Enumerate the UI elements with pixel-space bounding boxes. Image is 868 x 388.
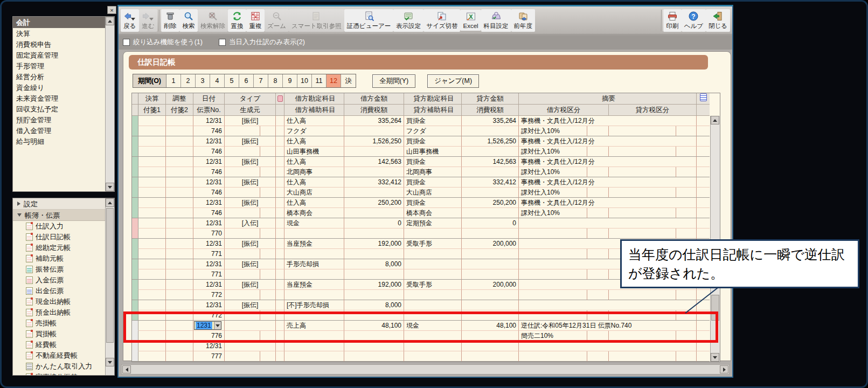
cell-debit-tax-amount[interactable] xyxy=(344,167,404,177)
cell-note[interactable] xyxy=(697,136,710,147)
cell-fusen-flag[interactable] xyxy=(276,259,284,269)
cell-generator-sub[interactable] xyxy=(260,290,276,300)
cell-fusen-flag[interactable] xyxy=(276,280,284,290)
cell-debit-account[interactable]: 現金 xyxy=(284,218,344,228)
cell-fusen2[interactable] xyxy=(166,351,193,362)
cell-credit-account[interactable]: 買掛金 xyxy=(404,136,462,147)
cell-debit-sub-account[interactable] xyxy=(284,249,344,259)
cell-fusen1[interactable] xyxy=(138,167,166,177)
cell-debit-tax-class[interactable]: 課対仕入10% xyxy=(519,167,587,177)
cell-credit-tax-extra[interactable] xyxy=(676,188,697,198)
sidebar-item[interactable]: 回収支払予定 xyxy=(13,104,105,115)
sidebar-item-journal[interactable]: 仕訳日記帳 xyxy=(13,232,105,242)
cell-fusen1[interactable] xyxy=(138,208,166,218)
period-month-2[interactable]: 2 xyxy=(181,74,196,87)
cell-generator-sub[interactable] xyxy=(260,167,276,177)
cell-debit-tax-class[interactable]: 課対仕入10% xyxy=(519,147,587,157)
journal-row-line2[interactable]: 770 xyxy=(132,228,720,239)
sidebar-item-book[interactable]: 経費帳 xyxy=(13,340,105,350)
journal-row-line1[interactable]: 12/31[振伝]仕入高335,264買掛金335,264事務機・文具仕入/12… xyxy=(132,116,720,126)
cell-note[interactable] xyxy=(697,147,710,157)
cell-fusen1[interactable] xyxy=(138,290,166,300)
cell-credit-account[interactable]: 受取手形 xyxy=(404,239,462,249)
cell-fusen-flag[interactable] xyxy=(276,198,284,208)
cell-type[interactable]: [振伝] xyxy=(225,300,276,310)
cell-credit-amount[interactable] xyxy=(462,259,519,269)
sidebar-item-book[interactable]: かんたん取引入力 xyxy=(13,361,105,372)
cell-fusen1[interactable] xyxy=(138,269,166,280)
cell-fusen-flag[interactable] xyxy=(276,157,284,167)
cell-debit-tax-extra[interactable] xyxy=(587,167,609,177)
cell-credit-amount[interactable]: 0 xyxy=(462,218,519,228)
toolbar-button-voucher-viewer[interactable]: 証憑ビューアー xyxy=(344,9,393,32)
cell-credit-amount[interactable]: 335,264 xyxy=(462,116,519,126)
journal-row-line2[interactable]: 777 xyxy=(132,351,720,362)
cell-fusen-flag[interactable] xyxy=(276,249,284,259)
cell-fusen2[interactable] xyxy=(166,290,193,300)
cell-chousei-fusen2[interactable] xyxy=(166,157,193,167)
cell-date[interactable]: 12/31 xyxy=(193,157,225,167)
cell-chousei-fusen2[interactable] xyxy=(166,116,193,126)
cell-type[interactable]: [振伝] xyxy=(225,280,276,290)
tree-group-settings[interactable]: 設定 xyxy=(13,198,105,210)
cell-chousei-fusen2[interactable] xyxy=(166,300,193,310)
cell-debit-tax-class[interactable]: 課対仕入10% xyxy=(519,188,587,198)
all-period-button[interactable]: 全期間(Y) xyxy=(372,74,415,88)
toolbar-button-size-switch[interactable]: サイズ切替 xyxy=(423,9,460,32)
sidebar-item-book[interactable]: 仕訳入力 xyxy=(13,221,105,232)
sidebar-item[interactable]: 経営分析 xyxy=(13,72,105,82)
cell-debit-tax-class[interactable]: 課対仕入10% xyxy=(519,208,587,218)
cell-credit-account[interactable]: 買掛金 xyxy=(404,157,462,167)
cell-debit-tax-extra[interactable] xyxy=(587,290,609,300)
sidebar-item[interactable]: 固定資産管理 xyxy=(13,50,105,61)
cell-fusen1[interactable] xyxy=(138,188,166,198)
cell-note[interactable] xyxy=(697,188,710,198)
cell-kessan-fusen1[interactable] xyxy=(138,116,166,126)
toolbar-button-replace[interactable]: 置換 xyxy=(228,9,246,32)
cell-date[interactable]: 12/31 xyxy=(193,259,225,269)
journal-row-line1[interactable]: 12/31[振伝]仕入高142,563買掛金142,563事務機・文具仕入/12… xyxy=(132,157,720,167)
period-label-button[interactable]: 期間(O) xyxy=(133,74,166,87)
cell-generator-sub[interactable] xyxy=(260,147,276,157)
cell-credit-account[interactable]: 買掛金 xyxy=(404,198,462,208)
cell-fusen-flag[interactable] xyxy=(276,290,284,300)
cell-memo[interactable]: 事務機・文具仕入/12月分 xyxy=(519,136,697,147)
cell-slip-number[interactable]: 772 xyxy=(193,290,225,300)
cell-debit-sub-account[interactable] xyxy=(284,269,344,280)
journal-row-line2[interactable]: 746大山商店大山商店課対仕入10% xyxy=(132,188,720,198)
cell-debit-account[interactable]: 仕入高 xyxy=(284,177,344,188)
cell-debit-account[interactable]: 仕入高 xyxy=(284,157,344,167)
toolbar-button-forward[interactable]: 進む xyxy=(139,9,157,32)
cell-debit-tax-extra[interactable] xyxy=(587,188,609,198)
cell-fusen-flag[interactable] xyxy=(276,188,284,198)
cell-fusen-flag[interactable] xyxy=(276,126,284,136)
cell-memo[interactable] xyxy=(519,218,697,228)
sidebar-item-book[interactable]: 売掛帳 xyxy=(13,318,105,329)
cell-type[interactable]: [振伝] xyxy=(225,116,276,126)
scroll-up-icon[interactable] xyxy=(106,17,114,25)
cell-fusen-flag[interactable] xyxy=(276,228,284,239)
cell-generator[interactable] xyxy=(225,269,260,280)
cell-kessan-fusen1[interactable] xyxy=(138,239,166,249)
cell-debit-tax-amount[interactable] xyxy=(344,147,404,157)
cell-kessan-fusen1[interactable] xyxy=(138,177,166,188)
cell-credit-amount[interactable]: 1,526,250 xyxy=(462,136,519,147)
sidebar-item-book[interactable]: 出金伝票 xyxy=(13,286,105,296)
sidebar-item-book[interactable]: 現金出納帳 xyxy=(13,296,105,307)
cell-debit-tax-amount[interactable] xyxy=(344,126,404,136)
cell-credit-sub-account[interactable] xyxy=(404,290,462,300)
scroll-down-icon[interactable] xyxy=(711,353,719,362)
cell-type[interactable]: [入伝] xyxy=(225,218,276,228)
cell-credit-tax-class[interactable] xyxy=(609,351,676,362)
cell-debit-tax-extra[interactable] xyxy=(587,249,609,259)
cell-fusen1[interactable] xyxy=(138,351,166,362)
journal-row-line2[interactable]: 746山田事務機山田事務機課対仕入10% xyxy=(132,147,720,157)
cell-fusen-flag[interactable] xyxy=(276,167,284,177)
journal-row-line2[interactable]: 746橋本商会橋本商会課対仕入10% xyxy=(132,208,720,218)
cell-credit-tax-extra[interactable] xyxy=(676,351,697,362)
cell-credit-account[interactable]: 買掛金 xyxy=(404,116,462,126)
cell-credit-tax-amount[interactable] xyxy=(462,290,519,300)
sidebar-close-button[interactable]: × xyxy=(107,6,116,14)
cell-note[interactable] xyxy=(697,198,710,208)
checkbox-icon[interactable] xyxy=(219,39,226,46)
